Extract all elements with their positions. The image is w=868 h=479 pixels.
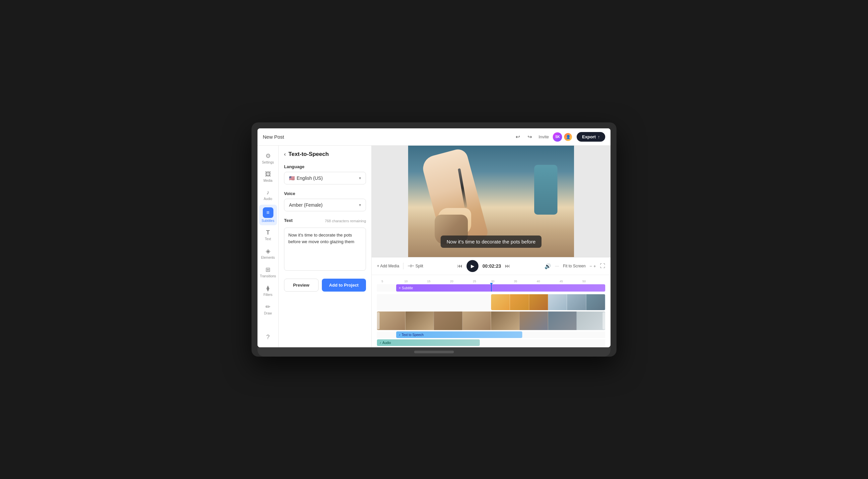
sidebar-item-subtitles[interactable]: ≡ Subtitles <box>259 205 277 225</box>
laptop-screen: New Post ↩ ↪ Invite SK 👤 <box>257 128 611 347</box>
track-handle-left[interactable] <box>377 312 380 329</box>
zoom-controls: − + <box>590 264 596 269</box>
fullscreen-button[interactable]: ⛶ <box>600 263 605 269</box>
playhead-triangle <box>489 283 493 285</box>
subtitle-overlay: Now it's time to decorate the pots befor… <box>441 235 541 248</box>
topbar: New Post ↩ ↪ Invite SK 👤 <box>257 128 611 146</box>
timeline-controls: + Add Media ⊣⊢ Split ⏮ ▶ 00:02:23 ⏭ <box>372 257 611 275</box>
export-icon: ↑ <box>598 134 600 139</box>
sidebar-label-media: Media <box>264 179 272 183</box>
tts-track[interactable]: ♪ Text to Speech <box>396 331 522 338</box>
avatar-photo: 👤 <box>563 132 573 141</box>
media-icon: 🖼 <box>265 171 271 178</box>
language-chevron-icon: ▾ <box>359 176 361 181</box>
video-thumbnails-main[interactable] <box>377 312 605 330</box>
sidebar-item-transitions[interactable]: ⊞ Transitions <box>259 263 277 281</box>
sidebar-item-settings[interactable]: ⚙ Settings <box>259 150 277 167</box>
subtitle-track-row: ≡ Subtitle <box>377 284 605 292</box>
laptop-notch <box>414 351 454 353</box>
laptop-frame: New Post ↩ ↪ Invite SK 👤 <box>251 122 617 357</box>
sidebar-item-text[interactable]: T Text <box>259 227 277 244</box>
tts-track-icon: ♪ <box>399 333 401 337</box>
subtitle-track-label: Subtitle <box>402 286 413 290</box>
panel-title: Text-to-Speech <box>288 151 329 158</box>
sidebar-item-elements[interactable]: ◈ Elements <box>259 245 277 262</box>
sidebar-label-draw: Draw <box>264 312 272 315</box>
vthumb-5 <box>491 312 520 330</box>
sidebar-label-transitions: Transitions <box>260 274 276 278</box>
sidebar-item-filters[interactable]: ⧫ Filters <box>259 282 277 299</box>
add-to-project-button[interactable]: Add to Project <box>322 279 366 292</box>
voice-value: Amber (Female) <box>289 202 359 207</box>
language-flag: 🇺🇸 <box>289 175 294 181</box>
ruler-mark-5: 5 <box>381 280 383 283</box>
audio-track-label: Audio <box>382 341 391 345</box>
add-media-button[interactable]: + Add Media <box>377 264 399 268</box>
language-select[interactable]: 🇺🇸 English (US) ▾ <box>284 172 366 185</box>
undo-button[interactable]: ↩ <box>513 132 523 142</box>
fit-screen-button[interactable]: Fit to Screen <box>563 264 586 268</box>
export-button[interactable]: Export ↑ <box>577 132 605 141</box>
ruler-mark-20: 20 <box>450 280 453 283</box>
divider <box>403 263 403 269</box>
ruler-mark-50: 50 <box>582 280 586 283</box>
thumb-5 <box>567 294 586 310</box>
laptop-bottom <box>257 347 611 357</box>
vthumb-6 <box>520 312 548 330</box>
zoom-minus-icon[interactable]: − <box>590 264 592 269</box>
sidebar-label-subtitles: Subtitles <box>261 219 274 223</box>
redo-button[interactable]: ↪ <box>525 132 534 142</box>
voice-select[interactable]: Amber (Female) ▾ <box>284 199 366 211</box>
sidebar-item-help[interactable]: ? <box>259 331 277 343</box>
ruler-mark-15: 15 <box>427 280 430 283</box>
thumb-6 <box>586 294 605 310</box>
voice-section: Voice Amber (Female) ▾ <box>284 191 366 211</box>
video-thumbnails-top[interactable] <box>491 294 605 310</box>
sidebar-label-filters: Filters <box>264 293 272 296</box>
sidebar-item-media[interactable]: 🖼 Media <box>259 168 277 185</box>
sidebar-label-elements: Elements <box>261 256 275 259</box>
tts-track-label: Text to Speech <box>402 333 424 337</box>
text-section: Text 768 characters remaining Now it's t… <box>284 218 366 272</box>
sidebar-item-draw[interactable]: ✏ Draw <box>259 300 277 318</box>
voice-label: Voice <box>284 191 366 196</box>
audio-track[interactable]: ♪ Audio <box>377 339 480 346</box>
timeline-tracks: ≡ Subtitle <box>372 283 611 347</box>
sidebar-item-audio[interactable]: ♪ Audio <box>259 186 277 203</box>
transitions-icon: ⊞ <box>266 266 271 273</box>
skip-forward-button[interactable]: ⏭ <box>505 263 510 269</box>
track-handle-right[interactable] <box>602 312 605 329</box>
play-button[interactable]: ▶ <box>467 260 478 272</box>
zoom-plus-icon[interactable]: + <box>593 264 596 269</box>
sidebar-icons: ⚙ Settings 🖼 Media ♪ Audio ≡ Subtitles <box>257 146 279 347</box>
invite-button[interactable]: Invite <box>538 134 549 139</box>
ruler-mark-30: 30 <box>491 280 494 283</box>
split-button[interactable]: ⊣⊢ Split <box>407 264 423 268</box>
video-preview: Now it's time to decorate the pots befor… <box>372 146 611 257</box>
app: New Post ↩ ↪ Invite SK 👤 <box>257 128 611 347</box>
volume-icon[interactable]: 🔊 <box>545 263 551 269</box>
settings-icon: ⚙ <box>266 152 271 160</box>
vthumb-2 <box>405 312 434 330</box>
vthumb-8 <box>577 312 605 330</box>
sidebar-label-audio: Audio <box>264 197 272 201</box>
topbar-right: ↩ ↪ Invite SK 👤 Export ↑ <box>434 132 605 142</box>
video-track-row-top <box>377 294 605 310</box>
subtitle-track[interactable]: ≡ Subtitle <box>396 284 605 292</box>
elements-icon: ◈ <box>266 248 271 255</box>
main-area: ⚙ Settings 🖼 Media ♪ Audio ≡ Subtitles <box>257 146 611 347</box>
vthumb-7 <box>548 312 577 330</box>
thumb-3 <box>529 294 548 310</box>
preview-button[interactable]: Preview <box>284 279 318 292</box>
back-button[interactable]: ‹ <box>284 151 286 157</box>
text-input[interactable]: Now it's time to decorate the pots befor… <box>284 228 366 271</box>
panel-actions: Preview Add to Project <box>284 279 366 292</box>
language-value: English (US) <box>297 175 359 181</box>
ruler-mark-35: 35 <box>514 280 517 283</box>
pottery-scene: Now it's time to decorate the pots befor… <box>408 146 574 257</box>
skip-back-button[interactable]: ⏮ <box>457 263 463 269</box>
video-container: Now it's time to decorate the pots befor… <box>408 146 574 257</box>
timeline-playback: ⏮ ▶ 00:02:23 ⏭ <box>427 260 540 272</box>
time-display: 00:02:23 <box>483 263 501 269</box>
vthumb-3 <box>434 312 463 330</box>
